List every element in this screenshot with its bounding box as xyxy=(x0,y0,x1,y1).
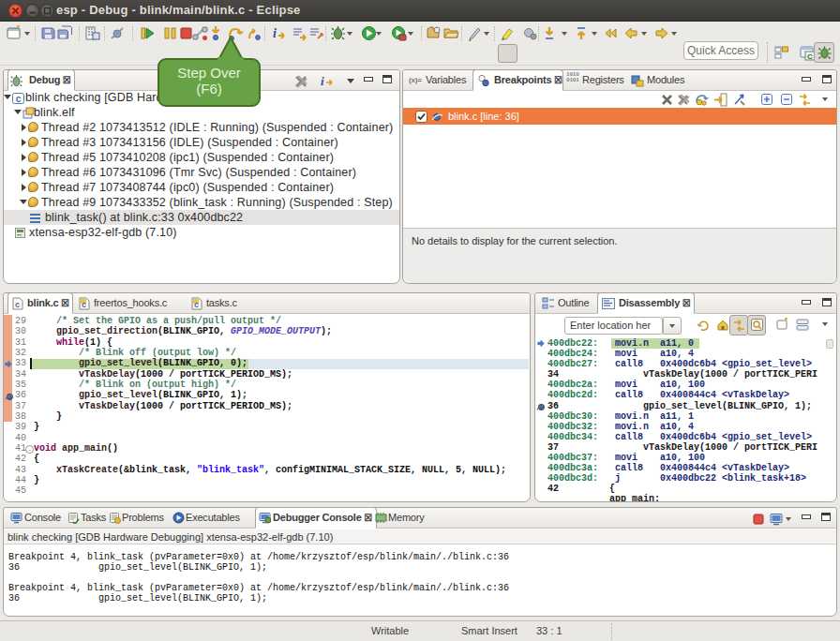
svg-text:i: i xyxy=(321,74,324,88)
svg-text:c: c xyxy=(194,300,199,309)
svg-text:c: c xyxy=(16,94,22,104)
svg-text:C: C xyxy=(807,52,813,61)
svg-text:c: c xyxy=(15,300,20,309)
svg-text:c: c xyxy=(82,300,86,309)
svg-text:i: i xyxy=(273,26,277,40)
